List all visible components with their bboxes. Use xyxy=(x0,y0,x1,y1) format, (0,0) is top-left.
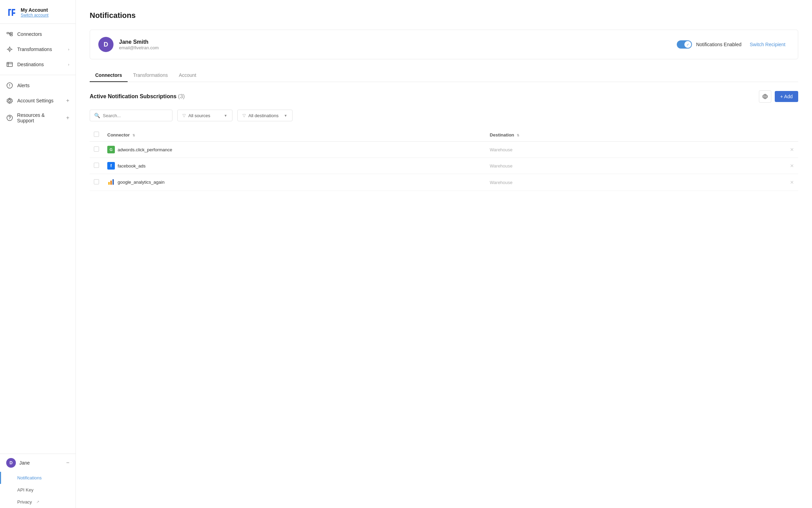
action-cell: ✕ xyxy=(763,158,798,174)
sidebar-item-connectors[interactable]: Connectors xyxy=(0,27,76,42)
subscriptions-table: Connector ⇅ Destination ⇅ G ad xyxy=(90,128,798,191)
svg-rect-24 xyxy=(112,179,114,185)
sidebar-account: My Account Switch account xyxy=(0,0,76,24)
content-tabs: Connectors Transformations Account xyxy=(90,69,798,82)
sort-icon[interactable]: ⇅ xyxy=(517,134,519,137)
row-checkbox[interactable] xyxy=(94,179,99,184)
row-checkbox[interactable] xyxy=(94,163,99,168)
table-row: google_analytics_again Warehouse ✕ xyxy=(90,174,798,191)
connector-name-text: google_analytics_again xyxy=(118,180,165,185)
svg-rect-1 xyxy=(10,32,12,34)
remove-button[interactable]: ✕ xyxy=(790,163,794,169)
svg-point-18 xyxy=(9,100,11,102)
sidebar-item-alerts[interactable]: Alerts xyxy=(0,78,76,93)
api-key-label: API Key xyxy=(17,487,33,492)
account-name: My Account xyxy=(21,7,49,13)
user-avatar: D xyxy=(6,458,16,468)
external-link-icon: ↗ xyxy=(36,500,39,504)
tab-account[interactable]: Account xyxy=(173,69,202,82)
sources-filter-label: All sources xyxy=(188,113,221,118)
user-sub-menu: Notifications API Key Privacy ↗ xyxy=(0,472,76,508)
svg-rect-22 xyxy=(108,182,110,185)
row-checkbox[interactable] xyxy=(94,146,99,152)
nav-divider xyxy=(0,75,76,75)
row-checkbox-cell xyxy=(90,158,103,174)
chevron-down-icon: ▼ xyxy=(284,114,287,118)
sidebar-item-resources[interactable]: Resources & Support + xyxy=(0,108,76,128)
svg-rect-2 xyxy=(10,34,12,36)
destination-cell: Warehouse xyxy=(486,158,763,174)
sort-icon[interactable]: ⇅ xyxy=(132,134,135,137)
table-header-row: Active Notification Subscriptions (3) + … xyxy=(90,90,798,103)
destinations-filter-label: All destinations xyxy=(248,113,281,118)
connectors-icon xyxy=(6,31,13,38)
plus-icon: + xyxy=(66,98,69,104)
connector-name-text: facebook_ads xyxy=(118,163,146,169)
user-section: D Jane − Notifications API Key Privacy ↗ xyxy=(0,454,76,508)
column-header-connector: Connector ⇅ xyxy=(103,128,486,142)
add-button[interactable]: + Add xyxy=(775,91,798,102)
svg-point-20 xyxy=(9,119,10,120)
destination-text: Warehouse xyxy=(490,163,513,169)
sidebar-item-account-settings[interactable]: Account Settings + xyxy=(0,93,76,108)
sidebar-item-destinations[interactable]: Destinations › xyxy=(0,57,76,72)
sources-filter[interactable]: ▽ All sources ▼ xyxy=(177,110,232,121)
search-box[interactable]: 🔍 xyxy=(90,110,172,121)
search-icon: 🔍 xyxy=(94,113,100,118)
switch-account-link[interactable]: Switch account xyxy=(21,13,49,18)
notifications-label: Notifications xyxy=(17,475,42,480)
sidebar-sub-item-notifications[interactable]: Notifications xyxy=(0,472,76,484)
connector-icon-analytics xyxy=(107,178,115,186)
destination-text: Warehouse xyxy=(490,180,513,185)
select-all-checkbox[interactable] xyxy=(94,132,99,137)
remove-button[interactable]: ✕ xyxy=(790,180,794,185)
subscriptions-title: Active Notification Subscriptions (3) xyxy=(90,93,185,100)
page-title: Notifications xyxy=(90,11,798,20)
user-section-header[interactable]: D Jane − xyxy=(0,454,76,472)
action-cell: ✕ xyxy=(763,174,798,191)
svg-rect-12 xyxy=(7,62,12,67)
check-icon: ✓ xyxy=(686,43,689,47)
connector-cell: G adwords.click_performance xyxy=(103,142,486,158)
notifications-toggle[interactable]: ✓ xyxy=(677,40,692,49)
settings-button[interactable] xyxy=(759,90,771,103)
connector-cell: google_analytics_again xyxy=(103,174,486,191)
connector-icon-facebook: f xyxy=(107,162,115,170)
sidebar-item-transformations[interactable]: Transformations › xyxy=(0,42,76,57)
gear-icon xyxy=(762,94,768,99)
chevron-right-icon: › xyxy=(68,47,69,51)
plus-icon: + xyxy=(66,115,69,121)
notifications-toggle-area: ✓ Notifications Enabled Switch Recipient xyxy=(677,40,790,49)
tab-transformations[interactable]: Transformations xyxy=(128,69,174,82)
toggle-knob: ✓ xyxy=(684,41,691,48)
sidebar-sub-item-privacy[interactable]: Privacy ↗ xyxy=(0,496,76,508)
user-card-avatar: D xyxy=(98,37,113,52)
user-name: Jane xyxy=(19,460,63,466)
user-card-email: email@fivetran.com xyxy=(119,45,671,50)
sidebar-item-account-settings-label: Account Settings xyxy=(17,98,53,103)
sidebar-sub-item-api-key[interactable]: API Key xyxy=(0,484,76,496)
chevron-right-icon: › xyxy=(68,62,69,67)
alerts-icon xyxy=(6,82,13,89)
remove-button[interactable]: ✕ xyxy=(790,147,794,152)
destinations-filter[interactable]: ▽ All destinations ▼ xyxy=(237,110,293,121)
connector-icon-adwords: G xyxy=(107,146,115,153)
sidebar-navigation: Connectors Transformations › xyxy=(0,24,76,454)
sidebar-item-alerts-label: Alerts xyxy=(17,83,30,88)
destination-text: Warehouse xyxy=(490,147,513,152)
sidebar-item-resources-label: Resources & Support xyxy=(17,112,62,123)
account-info: My Account Switch account xyxy=(21,7,49,18)
row-checkbox-cell xyxy=(90,142,103,158)
filter-icon: ▽ xyxy=(182,113,186,118)
fivetran-logo-icon xyxy=(6,7,17,18)
privacy-label: Privacy xyxy=(17,499,32,505)
switch-recipient-button[interactable]: Switch Recipient xyxy=(746,40,790,49)
destination-cell: Warehouse xyxy=(486,142,763,158)
svg-rect-23 xyxy=(110,181,112,185)
sidebar-item-transformations-label: Transformations xyxy=(17,47,52,52)
subscriptions-count: (3) xyxy=(178,93,185,99)
transformations-icon xyxy=(6,46,13,53)
search-input[interactable] xyxy=(103,113,168,118)
tab-connectors[interactable]: Connectors xyxy=(90,69,128,82)
table-row: G adwords.click_performance Warehouse ✕ xyxy=(90,142,798,158)
